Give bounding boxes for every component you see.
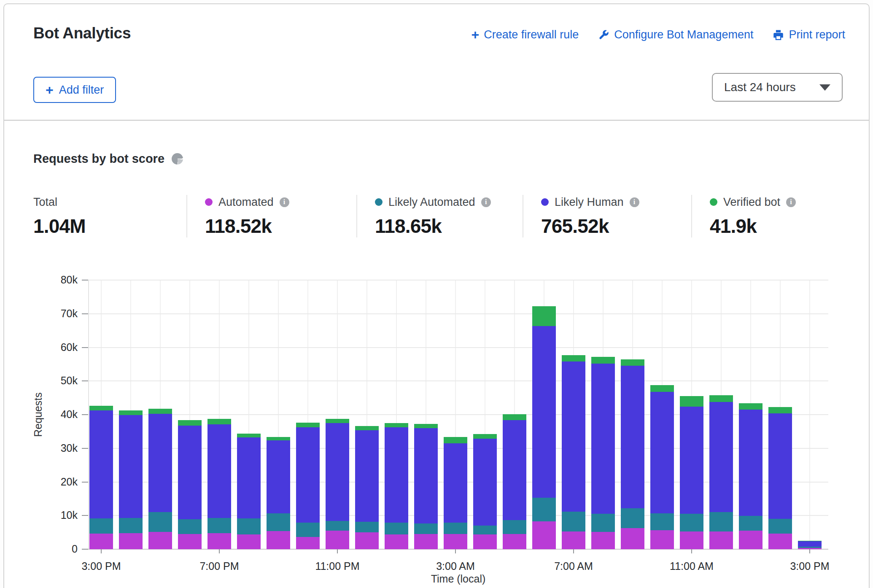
bar-segment-likely-automated xyxy=(562,512,585,531)
stat-likely-automated-value: 118.65k xyxy=(375,215,523,237)
add-filter-button[interactable]: + Add filter xyxy=(33,77,116,103)
stats-row: Total 1.04M Automated i 118.52k Likely A… xyxy=(33,195,846,237)
bar-segment-verified-bot xyxy=(296,423,320,427)
header-divider xyxy=(4,120,869,121)
bar-9-00-am xyxy=(621,359,644,549)
bar-segment-likely-human xyxy=(473,439,497,526)
x-axis-tick xyxy=(337,549,338,553)
bar-12-00-pm xyxy=(709,395,733,549)
y-axis-tick-label: 20k xyxy=(35,476,78,488)
bar-segment-likely-automated xyxy=(768,519,792,533)
bar-segment-verified-bot xyxy=(385,423,408,427)
bar-segment-likely-automated xyxy=(178,519,202,534)
bar-segment-verified-bot xyxy=(444,437,467,443)
stat-likely-human-label: Likely Human xyxy=(555,196,624,209)
bar-segment-likely-human xyxy=(739,410,763,516)
automated-legend-dot xyxy=(205,198,213,206)
bar-segment-likely-automated xyxy=(650,513,674,530)
bar-segment-automated xyxy=(503,534,526,549)
bar-segment-verified-bot xyxy=(207,419,231,425)
bar-segment-verified-bot xyxy=(680,396,703,407)
header: Bot Analytics + Create firewall rule Con… xyxy=(33,24,845,42)
bar-segment-verified-bot xyxy=(267,437,290,440)
print-report-link[interactable]: Print report xyxy=(773,28,845,41)
stat-likely-automated: Likely Automated i 118.65k xyxy=(356,195,523,237)
bar-5-00-am xyxy=(503,414,526,549)
y-axis-tick-label: 40k xyxy=(35,408,78,421)
info-icon[interactable]: i xyxy=(280,197,289,207)
bar-segment-verified-bot xyxy=(650,385,674,392)
bar-segment-likely-human xyxy=(326,423,349,521)
add-filter-label: Add filter xyxy=(59,84,104,97)
bar-segment-automated xyxy=(562,531,585,549)
bar-10-00-am xyxy=(650,385,674,549)
bar-segment-likely-human xyxy=(503,420,526,521)
bar-segment-automated xyxy=(267,531,290,549)
bar-4-00-pm xyxy=(119,410,143,549)
bar-segment-verified-bot xyxy=(237,434,261,437)
bar-segment-likely-automated xyxy=(89,518,113,534)
header-actions: + Create firewall rule Configure Bot Man… xyxy=(471,28,845,41)
stat-likely-human: Likely Human i 765.52k xyxy=(523,195,691,237)
bar-segment-likely-human xyxy=(650,392,674,514)
stat-automated-label: Automated xyxy=(218,196,274,209)
y-axis-tick-label: 70k xyxy=(35,307,78,320)
bar-segment-verified-bot xyxy=(591,357,615,364)
info-icon[interactable]: i xyxy=(630,197,639,207)
bar-segment-verified-bot xyxy=(148,409,172,414)
bar-segment-automated xyxy=(768,534,792,550)
bar-segment-automated xyxy=(355,532,379,549)
bar-segment-automated xyxy=(207,533,231,549)
likely-human-legend-dot xyxy=(541,198,549,206)
bar-segment-likely-human xyxy=(119,415,143,518)
bar-segment-likely-automated xyxy=(739,516,763,531)
bar-3-00-pm xyxy=(798,541,822,549)
bar-segment-automated xyxy=(709,531,733,549)
y-axis-tick-label: 10k xyxy=(35,509,78,521)
bar-segment-automated xyxy=(591,532,615,550)
bar-segment-likely-human xyxy=(414,428,438,524)
bot-analytics-card: Bot Analytics + Create firewall rule Con… xyxy=(3,3,870,588)
stat-automated: Automated i 118.52k xyxy=(186,195,356,237)
configure-bot-management-link[interactable]: Configure Bot Management xyxy=(598,28,753,41)
bar-segment-likely-human xyxy=(237,437,261,518)
bar-5-00-pm xyxy=(148,409,172,549)
bar-segment-likely-human xyxy=(798,541,822,547)
bar-segment-verified-bot xyxy=(178,420,202,426)
bar-segment-likely-human xyxy=(562,361,585,512)
bar-segment-likely-automated xyxy=(591,514,615,531)
info-icon[interactable]: i xyxy=(786,197,796,207)
y-axis-tick xyxy=(82,380,88,381)
create-firewall-rule-link[interactable]: + Create firewall rule xyxy=(471,28,579,41)
time-range-select[interactable]: Last 24 hours xyxy=(712,73,843,102)
create-firewall-rule-label: Create firewall rule xyxy=(484,28,579,41)
x-axis-tick-label: 3:00 PM xyxy=(774,560,846,572)
likely-automated-legend-dot xyxy=(375,198,383,206)
bar-segment-automated xyxy=(148,532,172,549)
bar-segment-verified-bot xyxy=(562,355,585,361)
x-axis-tick-label: 3:00 PM xyxy=(65,560,137,572)
section-title: Requests by bot score xyxy=(33,152,164,166)
bar-segment-verified-bot xyxy=(119,410,143,415)
bar-segment-likely-automated xyxy=(473,526,497,534)
bar-segment-likely-automated xyxy=(148,512,172,532)
bar-segment-likely-automated xyxy=(355,522,379,532)
bar-segment-likely-automated xyxy=(621,508,644,528)
gridline-horizontal xyxy=(88,280,828,281)
bar-segment-verified-bot xyxy=(621,359,644,366)
bar-segment-automated xyxy=(119,533,143,549)
x-axis-tick-label: 11:00 AM xyxy=(656,560,728,572)
chevron-down-icon xyxy=(819,84,830,91)
y-axis-tick-label: 50k xyxy=(35,375,78,387)
bar-10-00-pm xyxy=(296,423,320,549)
bar-segment-likely-human xyxy=(532,326,556,498)
stat-verified-bot-value: 41.9k xyxy=(710,215,846,237)
bar-6-00-pm xyxy=(178,420,202,549)
bar-segment-likely-human xyxy=(207,424,231,518)
y-axis-tick xyxy=(82,515,88,516)
gridline-horizontal xyxy=(88,347,828,348)
bar-segment-likely-human xyxy=(296,427,320,523)
info-icon[interactable]: i xyxy=(481,197,491,207)
bar-segment-verified-bot xyxy=(503,414,526,420)
plus-icon: + xyxy=(46,83,54,97)
